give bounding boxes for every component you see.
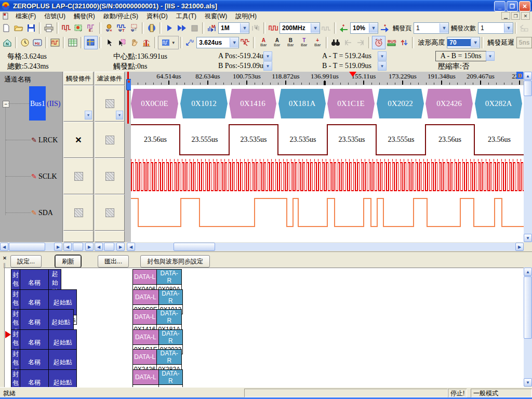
new-file-button[interactable] bbox=[0, 22, 12, 34]
packet-settings-button[interactable]: 設定... bbox=[10, 255, 42, 268]
document-icon[interactable] bbox=[2, 12, 9, 20]
channel-sda[interactable]: ✎SDA bbox=[31, 209, 53, 217]
mdi-close-button[interactable]: ✕ bbox=[521, 12, 530, 20]
filter-hscrollbar[interactable]: ◀ ▶ bbox=[95, 243, 125, 251]
menu-runstop[interactable]: 啟動/停止(S) bbox=[99, 11, 142, 21]
filter-cell-sda[interactable] bbox=[95, 194, 125, 231]
packet-export-button[interactable]: 匯出... bbox=[98, 255, 129, 268]
time-ruler[interactable]: 64.514us 82.634us 100.753us 118.872us 13… bbox=[131, 72, 524, 85]
chevron-down-icon[interactable]: ▼ bbox=[369, 23, 378, 33]
trigger-pos-combo[interactable]: 10%▼ bbox=[350, 22, 378, 34]
next-transition-button[interactable] bbox=[354, 36, 367, 49]
chevron-down-icon[interactable]: ▼ bbox=[440, 23, 448, 33]
packet-sync-button[interactable]: 封包與波形同步設定 bbox=[140, 255, 210, 268]
minimize-button[interactable]: _ bbox=[494, 1, 506, 11]
bus-setup-button[interactable] bbox=[73, 22, 85, 34]
multi-select-button[interactable] bbox=[115, 36, 128, 49]
sclk-waveform-row[interactable] bbox=[131, 158, 524, 194]
menu-window[interactable]: 視窗(W) bbox=[201, 11, 231, 21]
trigger-width-button[interactable]: ΨT bbox=[128, 22, 140, 34]
menu-tools[interactable]: 工具(T) bbox=[172, 11, 201, 21]
add-bar-button[interactable]: +Bar bbox=[311, 36, 324, 49]
a-b-dropdown[interactable]: ▼ bbox=[486, 51, 495, 61]
scroll-right-icon[interactable]: ▶ bbox=[116, 243, 125, 251]
scroll-down-icon[interactable]: ▼ bbox=[524, 378, 532, 387]
trigger-pulse-button[interactable]: ΨT bbox=[115, 22, 128, 34]
restore-button[interactable]: ❐ bbox=[507, 1, 518, 11]
memory-page-button[interactable]: M bbox=[206, 22, 218, 34]
sda-waveform-row[interactable] bbox=[131, 194, 524, 231]
trigger-page-combo[interactable]: 1▼ bbox=[414, 22, 449, 34]
channel-lrck[interactable]: ✎LRCK bbox=[31, 136, 58, 144]
trigger-count-combo[interactable]: 1▼ bbox=[478, 22, 513, 34]
a-bar-button[interactable]: ABar bbox=[270, 36, 284, 49]
mdi-minimize-button[interactable]: ▁ bbox=[501, 12, 510, 20]
close-button[interactable]: ✕ bbox=[519, 1, 530, 11]
goto-trigger-button[interactable] bbox=[378, 22, 391, 34]
scroll-right-icon[interactable]: ▶ bbox=[515, 243, 524, 251]
chevron-down-icon[interactable]: ▼ bbox=[116, 111, 123, 119]
a-pos-dropdown[interactable]: ▼ bbox=[263, 51, 272, 61]
stop-button[interactable] bbox=[188, 22, 201, 34]
channel-sclk[interactable]: ✎SCLK bbox=[31, 172, 57, 181]
a-bar-prev-button[interactable]: ABar bbox=[257, 36, 270, 49]
compare-button[interactable] bbox=[398, 36, 410, 49]
scroll-up-icon[interactable]: ▲ bbox=[524, 72, 532, 80]
statistics-button[interactable] bbox=[140, 36, 153, 49]
wave-display-mode-combo[interactable]: ▼ bbox=[158, 36, 179, 49]
menu-help[interactable]: 說明(H) bbox=[231, 11, 261, 21]
zoom-fit-button[interactable] bbox=[184, 36, 196, 49]
packet-refresh-button[interactable]: 刷新 bbox=[55, 255, 81, 268]
clock-display-button[interactable] bbox=[19, 36, 31, 49]
chevron-down-icon[interactable]: ▼ bbox=[85, 111, 92, 119]
scroll-right-icon[interactable]: ▶ bbox=[54, 243, 62, 251]
hand-pan-button[interactable] bbox=[128, 36, 140, 49]
trigger-hscrollbar[interactable]: ◀ ▶ bbox=[63, 243, 94, 251]
timing-analysis-button[interactable] bbox=[372, 36, 385, 49]
sampling-setup-button[interactable] bbox=[60, 22, 73, 34]
prev-transition-button[interactable] bbox=[342, 36, 354, 49]
select-cursor-button[interactable] bbox=[103, 36, 115, 49]
a-t-dropdown[interactable]: ▼ bbox=[378, 51, 387, 61]
vscroll-thumb[interactable] bbox=[524, 81, 532, 96]
compression-button[interactable] bbox=[145, 22, 158, 34]
packet-vscrollbar[interactable]: ▲ ▼ bbox=[524, 268, 532, 387]
waveform-mode-button[interactable] bbox=[49, 36, 61, 49]
b-t-dropdown[interactable]: ▼ bbox=[378, 61, 387, 71]
menu-trigger[interactable]: 觸發(R) bbox=[70, 11, 99, 21]
scroll-right-icon[interactable]: ▶ bbox=[85, 243, 94, 251]
navigator-button[interactable]: N bbox=[1, 36, 14, 49]
time-div-combo[interactable]: 3.624us▼ bbox=[196, 37, 239, 48]
bus1-waveform-row[interactable]: 0X0C0E 0X1012 0X1416 0X181A 0X1C1E 0X202… bbox=[131, 85, 524, 122]
trigger-pos-button[interactable] bbox=[338, 22, 350, 34]
b-pos-dropdown[interactable]: ▼ bbox=[263, 61, 272, 71]
bus-analysis-button[interactable]: BUS bbox=[385, 36, 398, 49]
chevron-down-icon[interactable]: ▼ bbox=[230, 38, 238, 47]
sample-rate-alt-button[interactable] bbox=[320, 22, 332, 34]
trigger-cell-bus1[interactable]: ▼ bbox=[63, 85, 94, 122]
signal-setup-button[interactable]: E↓ bbox=[85, 22, 98, 34]
trigger-cell-sda[interactable] bbox=[63, 194, 94, 231]
lrck-waveform-row[interactable]: 23.56us 23.555us 23.535us 23.535us 23.53… bbox=[131, 122, 524, 158]
b-bar-button[interactable]: BBar bbox=[284, 36, 297, 49]
listing-mode-button[interactable] bbox=[66, 36, 79, 49]
chevron-down-icon[interactable]: ▼ bbox=[311, 23, 320, 33]
chevron-down-icon[interactable]: ▼ bbox=[504, 23, 513, 33]
stack-prev-button[interactable] bbox=[518, 22, 531, 34]
scroll-left-icon[interactable]: ◀ bbox=[0, 243, 8, 251]
menu-file[interactable]: 檔案(F) bbox=[11, 11, 40, 21]
chevron-down-icon[interactable]: ▼ bbox=[471, 38, 480, 47]
goto-trigger-bar-button[interactable] bbox=[239, 36, 251, 49]
filter-cell-sclk[interactable] bbox=[95, 158, 125, 194]
trigger-edge-button[interactable]: Ψ× bbox=[103, 22, 115, 34]
sample-rate-combo[interactable]: 200MHz▼ bbox=[280, 22, 320, 34]
wave-height-combo[interactable]: 70▼ bbox=[447, 37, 480, 48]
open-file-button[interactable] bbox=[12, 22, 25, 34]
trigger-position-marker[interactable] bbox=[349, 72, 356, 77]
memory-depth-combo[interactable]: 1M▼ bbox=[218, 22, 249, 34]
trigger-cell-sclk[interactable] bbox=[63, 158, 94, 194]
scroll-left-icon[interactable]: ◀ bbox=[63, 243, 72, 251]
d-marker-button[interactable]: D bbox=[516, 72, 523, 79]
t-bar-button[interactable]: TBar bbox=[297, 36, 311, 49]
scroll-down-icon[interactable]: ▼ bbox=[524, 234, 532, 242]
